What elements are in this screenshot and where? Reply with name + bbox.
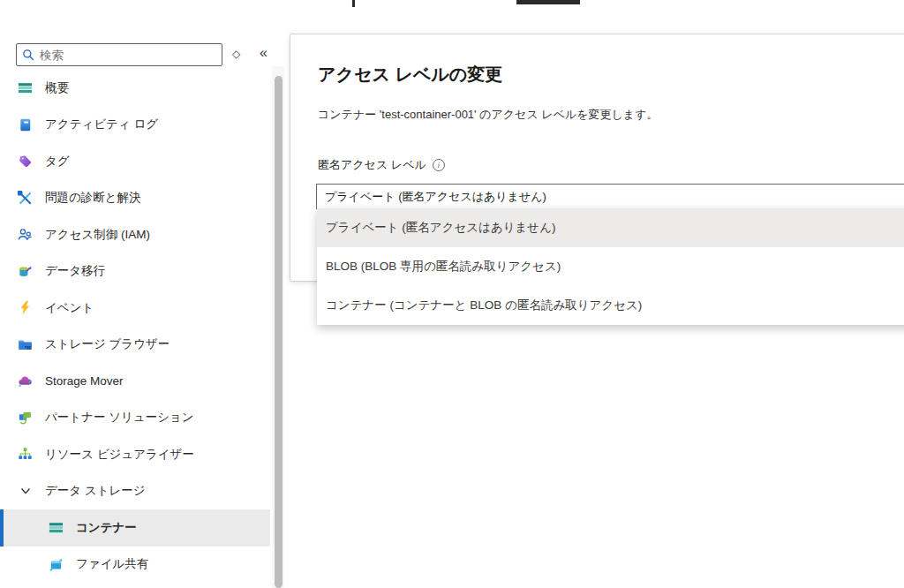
sidebar-item-file-shares[interactable]: ファイル共有 (0, 547, 270, 584)
option-container[interactable]: コンテナー (コンテナーと BLOB の匿名読み取りアクセス) (317, 286, 904, 325)
partner-solutions-icon (18, 411, 33, 426)
data-migration-icon (18, 264, 33, 279)
diagnose-solve-icon (18, 191, 33, 206)
storage-mover-icon (18, 373, 33, 388)
storage-browser-icon (18, 337, 33, 352)
tag-icon (18, 154, 33, 169)
chevron-down-icon (18, 484, 33, 499)
overview-icon (18, 80, 33, 95)
access-control-icon (18, 227, 33, 242)
option-blob[interactable]: BLOB (BLOB 専用の匿名読み取りアクセス) (317, 247, 904, 286)
sidebar-item-events[interactable]: イベント (0, 290, 270, 327)
anonymous-access-level-label-row: 匿名アクセス レベル i (318, 157, 445, 173)
resource-visualizer-icon (18, 447, 33, 462)
search-icon (22, 49, 34, 61)
sidebar-item-storage-browser[interactable]: ストレージ ブラウザー (0, 327, 270, 364)
sidebar-scrollbar-thumb[interactable] (275, 76, 282, 588)
sidebar-item-tags[interactable]: タグ (0, 143, 270, 180)
clipped-title-fragment (352, 0, 355, 7)
sidebar-item-resource-visualizer[interactable]: リソース ビジュアライザー (0, 436, 270, 473)
sidebar-item-data-migration[interactable]: データ移行 (0, 253, 270, 290)
sidebar-nav: 概要 アクティビティ ログ タグ 問題の診断と解決 アクセス制御 (IAM) デ… (0, 70, 270, 583)
sidebar-item-storage-mover[interactable]: Storage Mover (0, 363, 270, 400)
dialog-description: コンテナー 'test-container-001' のアクセス レベルを変更し… (318, 107, 658, 123)
access-level-select[interactable]: プライベート (匿名アクセスはありません) (316, 184, 904, 209)
option-private[interactable]: プライベート (匿名アクセスはありません) (317, 208, 904, 247)
info-icon[interactable]: i (433, 159, 445, 171)
sidebar-item-overview[interactable]: 概要 (0, 70, 270, 107)
events-icon (18, 300, 33, 315)
search-input[interactable] (40, 49, 216, 62)
sidebar-item-partner-solutions[interactable]: パートナー ソリューション (0, 400, 270, 437)
activity-log-icon (18, 117, 33, 132)
sidebar-item-access-control-iam[interactable]: アクセス制御 (IAM) (0, 216, 270, 253)
containers-icon (49, 520, 64, 535)
access-level-dropdown-flyout: プライベート (匿名アクセスはありません) BLOB (BLOB 専用の匿名読み… (317, 208, 904, 325)
sidebar-search-box[interactable] (16, 43, 222, 66)
access-level-select-value: プライベート (匿名アクセスはありません) (325, 189, 546, 205)
file-shares-icon (49, 557, 64, 572)
sidebar: ◇ « 概要 アクティビティ ログ タグ 問題の診断と解決 アクセス制御 (IA… (0, 0, 272, 588)
clipped-title-fragment (516, 0, 580, 4)
dialog-title: アクセス レベルの変更 (318, 63, 502, 87)
resize-diamond-icon[interactable]: ◇ (232, 48, 240, 60)
sidebar-item-diagnose-solve[interactable]: 問題の診断と解決 (0, 180, 270, 217)
sidebar-item-activity-log[interactable]: アクティビティ ログ (0, 107, 270, 144)
sidebar-item-containers[interactable]: コンテナー (0, 509, 270, 547)
collapse-menu-icon[interactable]: « (260, 45, 267, 61)
field-label: 匿名アクセス レベル (318, 157, 426, 173)
sidebar-group-data-storage[interactable]: データ ストレージ (0, 473, 270, 510)
